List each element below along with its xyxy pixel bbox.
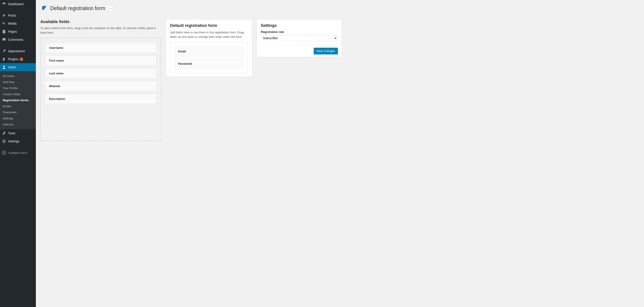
- available-fields-dropzone[interactable]: Username First name Last name Website De…: [40, 38, 161, 141]
- settings-title: Settings: [261, 23, 338, 28]
- svg-rect-0: [4, 3, 4, 4]
- sliders-icon: [2, 139, 6, 144]
- svg-point-7: [4, 141, 5, 142]
- field-username[interactable]: Username: [45, 43, 156, 53]
- plugin-logo-icon: [40, 4, 48, 12]
- svg-point-6: [3, 140, 4, 141]
- save-changes-button[interactable]: Save changes: [314, 48, 338, 54]
- menu-dashboard[interactable]: Dashboard: [0, 0, 36, 8]
- main-content: Default registration form ← Available fi…: [36, 0, 644, 307]
- form-panel-desc: Add fields here to use them in this regi…: [170, 30, 248, 39]
- dashboard-icon: [2, 2, 6, 6]
- form-fields-dropzone[interactable]: Email Password: [170, 42, 248, 73]
- collapse-menu[interactable]: Collapse menu: [0, 149, 36, 157]
- registration-role-select[interactable]: Subscriber: [261, 35, 338, 41]
- menu-label: Tools: [8, 131, 16, 135]
- wrench-icon: [2, 131, 6, 135]
- menu-pages[interactable]: Pages: [0, 27, 36, 36]
- submenu-custom-fields[interactable]: Custom fields: [0, 91, 36, 97]
- back-button[interactable]: ←: [107, 5, 114, 11]
- settings-panel: Settings Registration role Subscriber Sa…: [256, 19, 342, 57]
- menu-label: Appearance: [8, 49, 25, 53]
- menu-media[interactable]: Media: [0, 19, 36, 27]
- plug-icon: [2, 57, 6, 61]
- field-last-name[interactable]: Last name: [45, 68, 156, 78]
- brush-icon: [2, 49, 6, 53]
- admin-sidebar: Dashboard Posts Media Pages Comments App…: [0, 0, 36, 307]
- menu-comments[interactable]: Comments: [0, 36, 36, 44]
- menu-label: Users: [8, 65, 16, 69]
- svg-point-10: [46, 5, 47, 7]
- menu-appearance[interactable]: Appearance: [0, 47, 36, 55]
- submenu-emails[interactable]: Emails: [0, 103, 36, 109]
- plugins-update-badge: 2: [20, 57, 23, 61]
- menu-label: Comments: [8, 38, 23, 41]
- available-fields-column: Available fields To add a field to this …: [40, 19, 161, 141]
- menu-label: Pages: [8, 30, 17, 33]
- svg-point-1: [2, 22, 4, 23]
- submenu-add-ons[interactable]: Add-ons: [0, 121, 36, 127]
- menu-posts[interactable]: Posts: [0, 11, 36, 19]
- page-title: Default registration form: [50, 5, 105, 11]
- page-icon: [2, 29, 6, 34]
- field-first-name[interactable]: First name: [45, 55, 156, 66]
- form-field-email[interactable]: Email: [174, 46, 244, 56]
- submenu-registration-forms[interactable]: Registration forms: [0, 97, 36, 103]
- menu-settings[interactable]: Settings: [0, 137, 36, 145]
- menu-label: Plugins: [8, 57, 18, 61]
- svg-point-8: [3, 142, 4, 143]
- form-builder-panel: Default registration form Add fields her…: [166, 19, 252, 77]
- field-description[interactable]: Description: [45, 94, 156, 104]
- page-header: Default registration form ←: [40, 2, 640, 13]
- menu-label: Settings: [8, 139, 20, 143]
- collapse-label: Collapse menu: [8, 151, 28, 155]
- available-fields-title: Available fields: [40, 19, 161, 24]
- submenu-all-users[interactable]: All Users: [0, 73, 36, 79]
- menu-label: Dashboard: [8, 2, 24, 6]
- menu-tools[interactable]: Tools: [0, 129, 36, 137]
- users-submenu: All Users Add New Your Profile Custom fi…: [0, 71, 36, 129]
- form-field-password[interactable]: Password: [174, 59, 244, 69]
- submenu-add-new[interactable]: Add New: [0, 79, 36, 85]
- menu-plugins[interactable]: Plugins 2: [0, 55, 36, 63]
- submenu-directories[interactable]: Directories: [0, 109, 36, 115]
- form-panel-title: Default registration form: [170, 23, 248, 28]
- comment-icon: [2, 37, 6, 42]
- available-fields-desc: To add a field to this form, drag it int…: [40, 26, 161, 35]
- pin-icon: [2, 13, 6, 18]
- registration-role-label: Registration role: [261, 30, 338, 33]
- collapse-icon: [2, 150, 6, 155]
- field-website[interactable]: Website: [45, 81, 156, 91]
- user-icon: [2, 65, 6, 69]
- menu-label: Posts: [8, 14, 16, 17]
- media-icon: [2, 21, 6, 26]
- submenu-settings[interactable]: Settings: [0, 115, 36, 121]
- menu-label: Media: [8, 22, 16, 25]
- menu-users[interactable]: Users: [0, 63, 36, 71]
- svg-point-2: [3, 66, 5, 67]
- submenu-your-profile[interactable]: Your Profile: [0, 85, 36, 91]
- arrow-left-icon: ←: [109, 6, 112, 10]
